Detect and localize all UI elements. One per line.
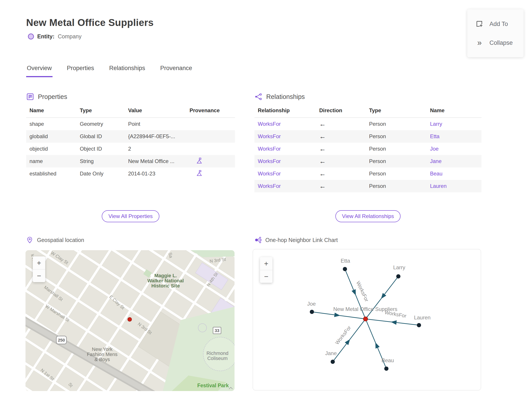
property-provenance xyxy=(190,169,235,178)
entity-location-marker[interactable] xyxy=(128,317,132,321)
collapse-button[interactable]: » Collapse xyxy=(467,39,524,47)
graph-node-lauren[interactable] xyxy=(417,323,421,327)
relationships-table-header: RelationshipDirectionTypeName xyxy=(254,107,481,118)
property-name: objectid xyxy=(26,146,80,152)
map-zoom-out-button[interactable]: − xyxy=(33,269,45,282)
column-header: Direction xyxy=(319,107,369,114)
related-entity-name-link[interactable]: Jane xyxy=(430,158,442,164)
node-label: Beau xyxy=(381,357,394,363)
route-shield: 33 xyxy=(213,327,221,334)
property-row: established Date Only 2014-01-23 xyxy=(26,168,235,180)
column-header: Type xyxy=(369,107,430,114)
relationship-type-link[interactable]: WorksFor xyxy=(258,121,281,127)
relationship-row: WorksFor ← Person Joe xyxy=(254,143,481,155)
relationship-type-link[interactable]: WorksFor xyxy=(258,171,281,176)
property-row: objectid Object ID 2 xyxy=(26,143,235,155)
graph-node-larry[interactable] xyxy=(396,274,400,279)
related-entity-name-link[interactable]: Lauren xyxy=(430,183,447,189)
tab-overview[interactable]: Overview xyxy=(26,65,53,77)
graph-node-center[interactable] xyxy=(363,317,368,321)
tab-properties[interactable]: Properties xyxy=(66,65,95,77)
entity-type-icon xyxy=(28,34,34,40)
relationship-type-link[interactable]: WorksFor xyxy=(258,133,281,139)
one-hop-link-chart[interactable]: WorksForWorksForWorksForNew Metal Office… xyxy=(253,249,481,390)
property-name: established xyxy=(26,171,80,177)
direction-arrow: ← xyxy=(319,133,369,140)
property-name: globalid xyxy=(26,133,80,140)
direction-arrow: ← xyxy=(319,182,369,190)
chart-zoom-out-button[interactable]: − xyxy=(260,270,273,283)
chart-zoom-in-button[interactable]: + xyxy=(260,257,273,270)
edge-arrowhead-icon xyxy=(379,293,386,300)
relationship-type-link[interactable]: WorksFor xyxy=(258,146,281,152)
svg-text:33: 33 xyxy=(215,328,219,333)
map-pin-icon xyxy=(26,236,33,243)
property-row: globalid Global ID {A228944F-0EF5-... xyxy=(26,130,235,143)
actions-panel: Add To » Collapse xyxy=(467,9,524,57)
graph-node-beau[interactable] xyxy=(384,367,389,371)
view-all-relationships-button[interactable]: View All Relationships xyxy=(335,210,400,222)
relationship-type-link[interactable]: WorksFor xyxy=(258,158,281,164)
provenance-flag-icon[interactable] xyxy=(196,169,203,176)
related-entity-name-link[interactable]: Larry xyxy=(430,121,442,127)
place-label: Festival Park xyxy=(197,383,229,388)
provenance-flag-icon[interactable] xyxy=(196,157,203,164)
relationships-card: Relationships RelationshipDirectionTypeN… xyxy=(254,93,481,192)
property-value: {A228944F-0EF5-... xyxy=(128,133,190,140)
sub-section-title: One-hop Neighbor Link Chart xyxy=(265,237,338,243)
column-header: Name xyxy=(26,107,80,114)
geospatial-map[interactable]: k RdW Clay StSaN 3rd StN 4th StMarshall … xyxy=(26,250,234,391)
direction-arrow: ← xyxy=(319,170,369,177)
property-value: Point xyxy=(128,121,190,127)
property-value: 2014-01-23 xyxy=(128,171,190,177)
related-entity-name-link[interactable]: Beau xyxy=(430,171,442,176)
entity-subtitle: Entity: Company xyxy=(28,33,82,40)
relationships-table: RelationshipDirectionTypeName WorksFor ←… xyxy=(254,107,481,192)
related-entity-type: Person xyxy=(369,158,430,164)
sub-section-title: Geospatial location xyxy=(37,237,84,243)
column-header: Type xyxy=(80,107,128,114)
graph-node-jane[interactable] xyxy=(331,360,335,364)
column-header: Name xyxy=(430,107,481,114)
link-chart-header: One-hop Neighbor Link Chart xyxy=(254,236,338,243)
chart-zoom-control: + − xyxy=(260,257,273,283)
add-to-selection-icon xyxy=(475,20,484,28)
property-name: name xyxy=(26,158,80,164)
property-name: shape xyxy=(26,121,80,127)
route-shield: 250 xyxy=(56,336,66,344)
view-all-properties-button[interactable]: View All Properties xyxy=(102,210,159,222)
double-chevron-right-icon: » xyxy=(475,39,484,47)
property-value: 2 xyxy=(128,146,190,152)
related-entity-type: Person xyxy=(369,171,430,177)
node-label: Jane xyxy=(325,350,337,356)
direction-arrow: ← xyxy=(319,120,369,128)
tab-relationships[interactable]: Relationships xyxy=(109,65,146,77)
svg-text:250: 250 xyxy=(58,338,65,343)
edge-arrowhead-icon xyxy=(373,342,380,349)
related-entity-type: Person xyxy=(369,146,430,152)
place-label: RichmondColiseum xyxy=(206,351,228,361)
relationship-type-link[interactable]: WorksFor xyxy=(258,183,281,189)
related-entity-name-link[interactable]: Joe xyxy=(430,146,439,152)
tab-provenance[interactable]: Provenance xyxy=(160,65,193,77)
relationship-row: WorksFor ← Person Etta xyxy=(254,130,481,143)
property-type: Global ID xyxy=(80,133,128,140)
column-header: Relationship xyxy=(254,107,319,114)
relationships-icon xyxy=(254,93,262,101)
add-to-button[interactable]: Add To xyxy=(467,20,524,28)
map-zoom-in-button[interactable]: + xyxy=(33,256,45,269)
property-type: Object ID xyxy=(80,146,128,152)
graph-node-joe[interactable] xyxy=(310,310,314,314)
properties-card: Properties NameTypeValueProvenance shape… xyxy=(26,93,235,180)
collapse-label: Collapse xyxy=(489,40,513,46)
direction-arrow: ← xyxy=(319,157,369,165)
related-entity-type: Person xyxy=(369,133,430,140)
graph-node-etta[interactable] xyxy=(343,267,347,271)
section-title: Relationships xyxy=(266,93,305,101)
edge-arrowhead-icon xyxy=(345,338,352,345)
property-type: String xyxy=(80,158,128,164)
property-provenance xyxy=(190,157,235,165)
properties-table: NameTypeValueProvenance shape Geometry P… xyxy=(26,107,235,180)
related-entity-name-link[interactable]: Etta xyxy=(430,133,439,139)
property-row: shape Geometry Point xyxy=(26,118,235,130)
